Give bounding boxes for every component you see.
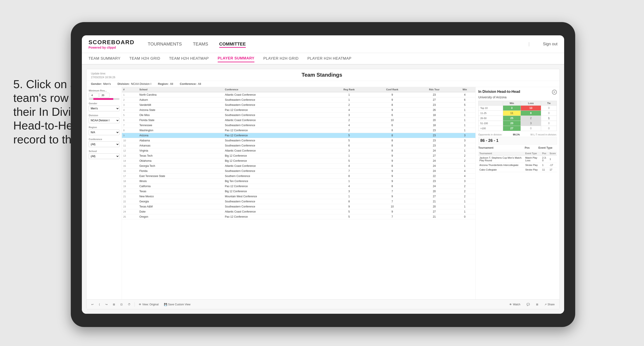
- nav-committee[interactable]: COMMITTEE: [219, 40, 246, 48]
- sub-nav-player-h2h-heatmap[interactable]: PLAYER H2H HEATMAP: [307, 55, 351, 62]
- row-conf: Big 12 Conference: [224, 189, 328, 194]
- copy-btn[interactable]: ⊡: [119, 302, 124, 307]
- h2h-tournament-table: Tournament Event Type Pos Score Jackson …: [478, 152, 557, 172]
- min-rou-min-input[interactable]: [89, 93, 99, 98]
- row-num: 24: [122, 209, 138, 214]
- row-win: 1: [454, 107, 476, 112]
- table-row[interactable]: 24 Duke Atlantic Coast Conference 5 9 27…: [122, 209, 476, 214]
- row-win: 4: [454, 168, 476, 173]
- nav-tournaments[interactable]: TOURNAMENTS: [148, 40, 182, 48]
- row-reg-rank: 5: [328, 133, 370, 138]
- table-row[interactable]: 3 Vanderbilt Southeastern Conference 2 8…: [122, 102, 476, 107]
- undo-btn[interactable]: ↩: [90, 302, 95, 307]
- table-row[interactable]: 9 Arizona Pac-12 Conference 5 8 23 3: [122, 133, 476, 138]
- table-row[interactable]: 11 Arkansas Southeastern Conference 6 8 …: [122, 143, 476, 148]
- h2h-row-win: 27: [503, 126, 520, 131]
- table-row[interactable]: 21 New Mexico Mountain West Conference 1…: [122, 194, 476, 199]
- region-select[interactable]: N/A: [89, 130, 120, 135]
- row-conf-rank: 9: [370, 97, 414, 102]
- table-row[interactable]: 16 Florida Southeastern Conference 7 9 2…: [122, 168, 476, 173]
- row-conf: Mountain West Conference: [224, 194, 328, 199]
- table-row[interactable]: 18 Illinois Big Ten Conference 1 9 23 3: [122, 178, 476, 183]
- table-row[interactable]: 4 Arizona State Pac-12 Conference 4 9 26…: [122, 107, 476, 112]
- row-reg-rank: 1: [328, 178, 370, 183]
- crop-btn[interactable]: ⊞: [112, 302, 116, 307]
- sub-nav-team-h2h-grid[interactable]: TEAM H2H GRID: [130, 55, 160, 62]
- timer-btn[interactable]: ⏱: [126, 302, 132, 307]
- table-row[interactable]: 19 California Pac-12 Conference 4 8 24 2: [122, 183, 476, 189]
- row-reg-rank: 5: [328, 209, 370, 214]
- row-reg-rank: 4: [328, 163, 370, 168]
- view-original-btn[interactable]: 👁 View: Original: [138, 302, 160, 307]
- nav-teams[interactable]: TEAMS: [193, 40, 208, 48]
- comment-btn[interactable]: 💬: [525, 302, 531, 307]
- sub-nav-player-h2h-grid[interactable]: PLAYER H2H GRID: [263, 55, 298, 62]
- sub-nav-team-h2h-heatmap[interactable]: TEAM H2H HEATMAP: [169, 55, 209, 62]
- tourney-score: -17: [548, 163, 557, 167]
- row-num: 8: [122, 128, 138, 133]
- h2h-row-win: 3: [503, 105, 520, 111]
- row-school: Arkansas: [138, 143, 224, 148]
- table-row[interactable]: 20 Texas Big 12 Conference 3 7 20 2: [122, 189, 476, 194]
- watch-btn[interactable]: 👁 Watch: [508, 302, 522, 307]
- row-rds: 18: [414, 112, 454, 118]
- row-num: 16: [122, 168, 138, 173]
- table-row[interactable]: 25 Oregon Pac-12 Conference 5 7 21 0: [122, 214, 476, 219]
- table-row[interactable]: 5 Ole Miss Southeastern Conference 3 6 1…: [122, 112, 476, 118]
- row-win: 3: [454, 133, 476, 138]
- row-reg-rank: 8: [328, 173, 370, 178]
- row-conf: Pac-12 Conference: [224, 128, 328, 133]
- table-row[interactable]: 14 Oklahoma Big 12 Conference 5 9 24 2: [122, 158, 476, 163]
- h2h-close-button[interactable]: ✕: [552, 90, 557, 95]
- table-row[interactable]: 1 North Carolina Atlantic Coast Conferen…: [122, 92, 476, 97]
- min-rou-max-input[interactable]: [100, 93, 110, 98]
- sub-nav-player-summary[interactable]: PLAYER SUMMARY: [218, 55, 254, 62]
- gender-select[interactable]: Men's: [89, 106, 120, 111]
- table-row[interactable]: 17 East Tennessee State Southern Confere…: [122, 173, 476, 178]
- division-select[interactable]: NCAA Division I: [89, 118, 120, 123]
- table-area: # School Conference Reg Rank Conf Rank R…: [122, 87, 476, 299]
- row-reg-rank: 5: [328, 158, 370, 163]
- table-row[interactable]: 23 Texas A&M Southeastern Conference 9 1…: [122, 204, 476, 209]
- table-row[interactable]: 12 Virginia Atlantic Coast Conference 3 …: [122, 148, 476, 153]
- table-row[interactable]: 13 Texas Tech Big 12 Conference 1 9 27 2: [122, 153, 476, 158]
- redo-btn[interactable]: ↪: [104, 302, 109, 307]
- row-school: Washington: [138, 128, 224, 133]
- col-num: #: [122, 87, 138, 92]
- row-reg-rank: 1: [328, 92, 370, 97]
- col-rds: Rds Tour: [414, 87, 454, 92]
- grid-btn[interactable]: ⊞: [535, 302, 540, 307]
- table-row[interactable]: 10 Alabama Southeastern Conference 5 8 2…: [122, 138, 476, 143]
- nav-items: TOURNAMENTS TEAMS COMMITTEE: [148, 40, 325, 48]
- sub-nav-team-summary[interactable]: TEAM SUMMARY: [88, 55, 120, 62]
- row-conf: Big 12 Conference: [224, 153, 328, 158]
- step-back-btn[interactable]: ⟨: [98, 302, 101, 307]
- row-conf-rank: 8: [370, 183, 414, 189]
- row-conf: Southeastern Conference: [224, 102, 328, 107]
- table-row[interactable]: 2 Auburn Southeastern Conference 1 9 27 …: [122, 97, 476, 102]
- row-rds: 20: [414, 189, 454, 194]
- row-win: 1: [454, 148, 476, 153]
- table-row[interactable]: 15 Georgia Tech Atlantic Coast Conferenc…: [122, 163, 476, 168]
- conference-select[interactable]: (All): [89, 141, 120, 147]
- school-select[interactable]: (All): [89, 153, 120, 159]
- share-btn[interactable]: ↗ Share: [543, 302, 556, 307]
- h2h-title: In Division Head-to-Head: [478, 90, 520, 94]
- table-row[interactable]: 7 Tennessee Southeastern Conference 4 6 …: [122, 123, 476, 128]
- sign-out[interactable]: Sign out: [543, 42, 558, 46]
- h2h-row-tie: 0: [541, 111, 557, 116]
- filter-division: Division: NCAA Division I: [118, 82, 151, 86]
- tablet-frame: SCOREBOARD Powered by clippd TOURNAMENTS…: [71, 22, 575, 327]
- table-row[interactable]: 6 Florida State Atlantic Coast Conferenc…: [122, 118, 476, 123]
- row-conf: Atlantic Coast Conference: [224, 92, 328, 97]
- col-win: Win: [454, 87, 476, 92]
- row-school: Texas A&M: [138, 204, 224, 209]
- save-custom-btn[interactable]: 💾 Save Custom View: [162, 302, 192, 307]
- table-row[interactable]: 8 Washington Pac-12 Conference 2 8 23 1: [122, 128, 476, 133]
- row-conf: Atlantic Coast Conference: [224, 148, 328, 153]
- table-row[interactable]: 22 Georgia Southeastern Conference 8 7 2…: [122, 199, 476, 204]
- row-rds: 18: [414, 123, 454, 128]
- row-conf-rank: 9: [370, 173, 414, 178]
- h2h-row-tie: 0: [541, 126, 557, 131]
- row-conf-rank: 10: [370, 118, 414, 123]
